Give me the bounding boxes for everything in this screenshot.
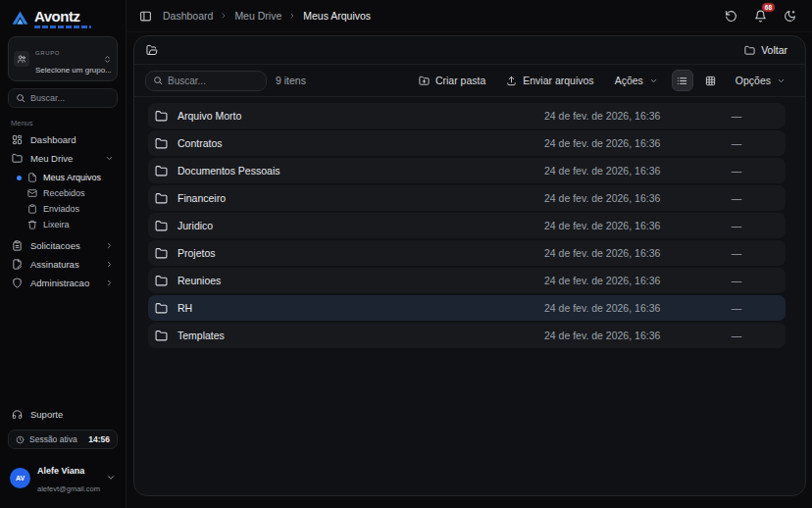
items-count: 9 itens	[276, 75, 306, 86]
folder-name: Financeiro	[178, 192, 544, 204]
user-name: Alefe Viana	[37, 466, 84, 476]
table-row[interactable]: Financeiro 24 de fev. de 2026, 16:36 —	[148, 185, 786, 211]
folder-icon	[155, 330, 168, 342]
table-row[interactable]: Templates 24 de fev. de 2026, 16:36 —	[148, 323, 786, 348]
breadcrumb-item-meu-drive[interactable]: Meu Drive	[234, 10, 281, 22]
sidebar-item-dashboard[interactable]: Dashboard	[0, 130, 126, 149]
user-menu[interactable]: AV Alefe Viana alefevt@gmail.com	[0, 449, 126, 508]
chevron-right-icon	[105, 260, 114, 269]
sidebar-search[interactable]	[8, 88, 118, 108]
grid-view-icon	[705, 76, 716, 86]
actions-dropdown-button[interactable]: Ações	[606, 71, 667, 90]
table-row[interactable]: Contratos 24 de fev. de 2026, 16:36 —	[148, 130, 786, 156]
folder-name: Projetos	[178, 247, 544, 259]
file-search-input[interactable]	[168, 76, 259, 86]
session-status: Sessão ativa 14:56	[8, 430, 118, 449]
chevrons-up-down-icon	[103, 54, 112, 65]
sidebar-item-label: Meus Arquivos	[43, 173, 101, 182]
search-icon	[153, 76, 163, 85]
sidebar-item-enviados[interactable]: Enviados	[0, 201, 126, 217]
sidebar-item-solicitacoes[interactable]: Solicitacoes	[0, 236, 126, 255]
chevron-right-icon	[288, 12, 296, 20]
folder-icon	[155, 275, 168, 287]
panel-header: Voltar	[134, 36, 805, 65]
breadcrumb-item-current: Meus Arquivos	[303, 10, 371, 22]
folder-open-icon	[146, 44, 158, 56]
size-value: —	[691, 165, 782, 177]
sidebar-item-administracao[interactable]: Administracao	[0, 274, 126, 292]
grid-view-button[interactable]	[700, 70, 722, 91]
table-row[interactable]: Arquivo Morto 24 de fev. de 2026, 16:36 …	[148, 103, 786, 128]
table-row[interactable]: Reunioes 24 de fev. de 2026, 16:36 —	[148, 268, 786, 293]
sidebar-item-label: Meu Drive	[30, 153, 97, 164]
sidebar-item-recebidos[interactable]: Recebidos	[0, 185, 126, 201]
sidebar-nav: Dashboard Meu Drive Meus Arquivos	[0, 130, 126, 292]
table-row[interactable]: Documentos Pessoais 24 de fev. de 2026, …	[148, 158, 786, 183]
sidebar-item-assinaturas[interactable]: Assinaturas	[0, 255, 126, 274]
chevron-right-icon	[105, 279, 114, 287]
users-icon	[17, 54, 26, 64]
sidebar-item-label: Recebidos	[43, 188, 85, 198]
create-folder-label: Criar pasta	[435, 75, 485, 86]
brand-logo-icon	[10, 9, 30, 27]
upload-files-label: Enviar arquivos	[523, 75, 593, 86]
sidebar-item-label: Administracao	[30, 278, 97, 288]
sidebar-item-label: Assinaturas	[30, 259, 97, 270]
clipboard-list-icon	[12, 240, 23, 251]
active-indicator-dot	[17, 176, 22, 180]
undo-icon[interactable]	[725, 10, 737, 23]
upload-files-button[interactable]: Enviar arquivos	[497, 71, 602, 90]
file-search[interactable]	[145, 71, 267, 91]
topbar: Dashboard Meu Drive Meus Arquivos 68	[127, 0, 812, 32]
folder-icon	[155, 165, 168, 178]
sidebar-search-input[interactable]	[30, 93, 110, 103]
sidebar: Avontz GRUPO Selecione um grupo... Menus…	[0, 0, 127, 508]
sidebar-item-label: Suporte	[30, 409, 63, 420]
sidebar-item-meu-drive[interactable]: Meu Drive	[0, 149, 126, 168]
size-value: —	[691, 247, 782, 259]
group-select[interactable]: GRUPO Selecione um grupo...	[8, 36, 118, 81]
sidebar-toggle-icon[interactable]	[139, 10, 152, 23]
group-select-value: Selecione um grupo...	[35, 66, 112, 75]
table-row[interactable]: Projetos 24 de fev. de 2026, 16:36 —	[148, 240, 786, 266]
create-folder-button[interactable]: Criar pasta	[410, 71, 494, 90]
file-browser-panel: Voltar 9 itens Criar pasta Enviar arquiv…	[133, 35, 806, 496]
folder-icon	[744, 45, 755, 56]
folder-name: Documentos Pessoais	[178, 165, 544, 177]
breadcrumb-item-dashboard[interactable]: Dashboard	[163, 10, 213, 22]
sidebar-item-suporte[interactable]: Suporte	[0, 405, 126, 423]
mail-icon	[27, 188, 37, 198]
folder-name: Templates	[178, 330, 544, 341]
size-value: —	[691, 192, 782, 204]
dashboard-icon	[12, 134, 23, 145]
table-row[interactable]: RH 24 de fev. de 2026, 16:36 —	[148, 295, 786, 321]
sidebar-item-lixeira[interactable]: Lixeira	[0, 217, 126, 232]
folder-icon	[155, 247, 168, 260]
notifications-bell-icon[interactable]: 68	[754, 10, 767, 23]
toolbar-actions: Criar pasta Enviar arquivos Ações	[410, 70, 794, 91]
back-button[interactable]: Voltar	[738, 41, 793, 59]
back-button-label: Voltar	[761, 44, 787, 56]
list-view-button[interactable]	[672, 70, 693, 91]
menus-section-label: Menus	[11, 119, 115, 127]
chevron-down-icon	[649, 76, 658, 85]
theme-moon-icon[interactable]	[784, 10, 796, 23]
modified-date: 24 de fev. de 2026, 16:36	[544, 275, 691, 286]
modified-date: 24 de fev. de 2026, 16:36	[544, 192, 691, 204]
options-dropdown-button[interactable]: Opções	[727, 71, 794, 90]
modified-date: 24 de fev. de 2026, 16:36	[544, 247, 691, 259]
session-time: 14:56	[88, 434, 110, 444]
group-select-label: GRUPO	[35, 50, 60, 56]
clipboard-icon	[27, 204, 37, 214]
folder-plus-icon	[419, 76, 430, 86]
size-value: —	[691, 275, 782, 286]
brand-logo: Avontz	[0, 0, 126, 30]
folder-icon	[155, 137, 168, 150]
folder-name: Contratos	[178, 137, 544, 149]
file-signature-icon	[12, 259, 23, 270]
drive-sub-list: Meus Arquivos Recebidos Enviados	[0, 170, 126, 232]
sidebar-item-label: Lixeira	[43, 220, 70, 229]
brand-tagline	[34, 25, 91, 28]
table-row[interactable]: Juridico 24 de fev. de 2026, 16:36 —	[148, 213, 786, 238]
sidebar-item-meus-arquivos[interactable]: Meus Arquivos	[0, 170, 126, 185]
